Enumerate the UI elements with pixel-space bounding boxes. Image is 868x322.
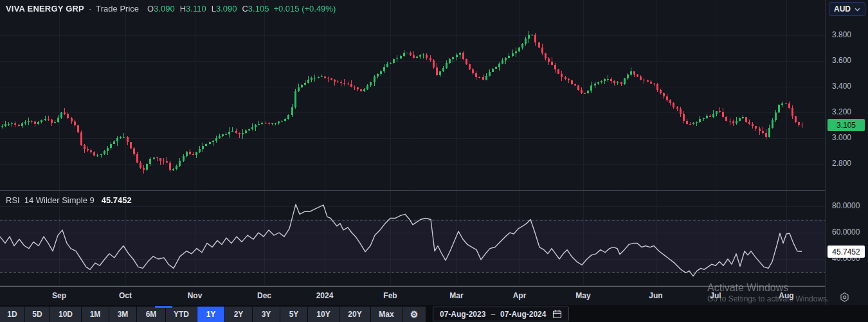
chevron-down-icon (854, 8, 860, 12)
range-button-5d[interactable]: 5D (25, 307, 50, 322)
range-button-3m[interactable]: 3M (109, 307, 136, 322)
range-button-20y[interactable]: 20Y (339, 307, 370, 322)
ohlc-c: C3.105 (242, 4, 269, 13)
price-change: +0.015 (+0.49%) (273, 4, 336, 13)
range-button-ytd[interactable]: YTD (166, 307, 197, 322)
price-tick: 3.400 (832, 82, 851, 91)
time-label-jun: Jun (642, 291, 670, 300)
time-label-mar: Mar (442, 291, 471, 300)
rsi-name: RSI (6, 195, 20, 205)
range-button-2y[interactable]: 2Y (225, 307, 252, 322)
time-label-nov: Nov (181, 291, 209, 300)
symbol-legend[interactable]: VIVA ENERGY GRP · Trade Price O3.090H3.1… (6, 4, 336, 13)
trading-chart-window: VIVA ENERGY GRP · Trade Price O3.090H3.1… (0, 0, 868, 322)
time-label-sep: Sep (45, 291, 73, 300)
range-button-3y[interactable]: 3Y (253, 307, 280, 322)
date-to: 07-Aug-2024 (500, 310, 546, 319)
ohlc-h: H3.110 (180, 4, 206, 13)
time-label-feb: Feb (376, 291, 404, 300)
time-label-aug: Aug (772, 291, 800, 300)
rsi-tick: 80.0000 (832, 201, 860, 210)
range-button-10y[interactable]: 10Y (308, 307, 339, 322)
range-button-6m[interactable]: 6M (137, 307, 165, 322)
calendar-icon (552, 309, 562, 319)
price-tick: 3.000 (832, 133, 851, 142)
currency-selector[interactable]: AUD (829, 2, 865, 16)
price-tick: 3.600 (832, 56, 851, 65)
date-range-picker[interactable]: 07-Aug-2023 – 07-Aug-2024 (433, 307, 569, 321)
rsi-params: 14 Wilder Simple 9 (24, 195, 95, 205)
last-price-badge: 3.105 (827, 119, 865, 131)
price-rsi-chart-canvas[interactable] (0, 0, 825, 287)
range-buttons: 1D5D10D1M3M6MYTD1Y2Y3Y5Y10Y20YMax (0, 306, 402, 322)
time-label-2024: 2024 (311, 291, 339, 300)
toolbar-gear-icon[interactable]: ⚙ (402, 307, 426, 322)
legend-separator: · (89, 4, 91, 13)
rsi-tick: 60.0000 (832, 228, 860, 237)
date-from: 07-Aug-2023 (440, 310, 485, 319)
ohlc-o: O3.090 (147, 4, 175, 13)
range-toolbar: 1D5D10D1M3M6MYTD1Y2Y3Y5Y10Y20YMax ⚙ 07-A… (0, 306, 868, 322)
rsi-value-badge: 45.7452 (827, 246, 865, 258)
series-type-label: Trade Price (96, 4, 139, 13)
time-label-jul: Jul (701, 291, 730, 300)
axis-settings-gear-icon[interactable] (837, 290, 851, 304)
range-button-1d[interactable]: 1D (0, 307, 24, 322)
rsi-current-value: 45.7452 (102, 195, 132, 205)
time-label-may: May (569, 291, 597, 300)
date-separator: – (491, 310, 495, 319)
time-label-oct: Oct (111, 291, 140, 300)
range-button-10d[interactable]: 10D (50, 307, 81, 322)
ohlc-l: L3.090 (212, 4, 237, 13)
price-axis[interactable]: AUD 3.105 45.7452 3.8003.6003.4003.2003.… (825, 0, 868, 305)
currency-label: AUD (834, 4, 851, 13)
time-label-dec: Dec (250, 291, 278, 300)
price-tick: 3.800 (832, 30, 851, 39)
price-tick: 2.800 (832, 159, 851, 168)
price-tick: 3.200 (832, 107, 851, 116)
rsi-legend[interactable]: RSI 14 Wilder Simple 9 45.7452 (6, 195, 132, 205)
symbol-name: VIVA ENERGY GRP (6, 4, 84, 13)
ohlc-values: O3.090H3.110L3.090C3.105 (147, 4, 269, 13)
range-button-5y[interactable]: 5Y (280, 307, 307, 322)
range-button-max[interactable]: Max (371, 307, 402, 322)
range-button-1y[interactable]: 1Y (197, 307, 224, 322)
time-label-apr: Apr (505, 291, 534, 300)
range-button-1m[interactable]: 1M (82, 307, 109, 322)
axis-scroll-marker[interactable] (155, 306, 172, 308)
time-axis[interactable]: SepOctNovDec2024FebMarAprMayJunJulAug (0, 287, 825, 305)
